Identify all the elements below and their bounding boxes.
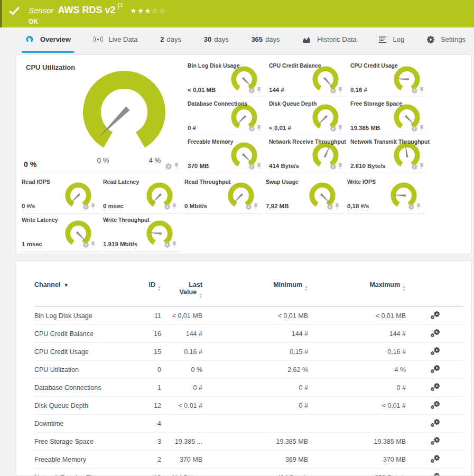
channel-last-value: < 0,01 # — [161, 397, 202, 415]
gauge-title: Database Connections — [188, 100, 247, 107]
channel-settings-icon[interactable] — [431, 311, 440, 319]
channel-minimum: 2,62 % — [202, 361, 308, 379]
pin-icon[interactable] — [338, 87, 343, 94]
channel-last-value: 0 # — [161, 379, 202, 397]
gear-icon[interactable] — [249, 126, 255, 132]
gauges-panel: CPU Utilization 0 % 4 % 0 % Bin Log Disk… — [16, 54, 472, 254]
sensor-status-badge: OK — [29, 18, 166, 25]
pin-icon[interactable] — [416, 203, 421, 210]
gear-icon[interactable] — [412, 164, 417, 170]
pin-icon[interactable] — [419, 87, 424, 94]
gauge-grid-bottom: Read IOPS 0 #/s Read Latency 0 msec Read… — [22, 175, 471, 251]
priority-stars[interactable]: ★★★☆☆ — [131, 7, 166, 15]
gear-icon[interactable] — [330, 164, 336, 170]
gear-icon[interactable] — [249, 88, 255, 94]
tab-icon — [427, 36, 434, 43]
cpu-utilization-gauge — [82, 70, 166, 154]
tab-overview[interactable]: Overview — [22, 27, 74, 53]
gear-icon[interactable] — [330, 88, 336, 94]
tab-30-days[interactable]: 30 days — [201, 27, 232, 53]
gear-icon[interactable] — [83, 204, 89, 210]
pin-icon[interactable] — [172, 241, 177, 248]
column-header-minimum[interactable]: Minimum▲▼ — [202, 275, 308, 307]
gear-icon[interactable] — [164, 204, 170, 210]
column-header-channel[interactable]: Channel▼ — [34, 275, 128, 307]
channel-minimum: 0 # — [202, 397, 308, 415]
channel-settings-icon[interactable] — [431, 401, 440, 409]
gear-icon[interactable] — [412, 126, 417, 132]
tab-2-days[interactable]: 2 days — [157, 27, 184, 53]
channel-maximum: 4 % — [308, 361, 406, 379]
channel-settings-icon[interactable] — [431, 383, 440, 391]
column-header-id[interactable]: ID▲▼ — [128, 275, 161, 307]
pin-icon[interactable] — [338, 125, 343, 132]
gauge-value: 2.610 Byte/s — [350, 163, 386, 169]
channel-id: -4 — [128, 415, 161, 433]
gauge-tile-network-transmit-throughput: Network Transmit Throughput 2.610 Byte/s — [350, 135, 429, 173]
gauge-tile-database-connections: Database Connections 0 # — [188, 97, 266, 135]
gauge-value: 0 #/s — [22, 203, 35, 209]
channel-settings-icon[interactable] — [431, 437, 440, 445]
sort-icon: ▲▼ — [402, 285, 406, 292]
gauge-title: CPU Credit Balance — [269, 62, 321, 69]
pin-icon[interactable] — [253, 203, 258, 210]
gear-icon[interactable] — [327, 204, 333, 210]
channel-settings-icon[interactable] — [431, 365, 440, 373]
pin-icon[interactable] — [90, 241, 96, 248]
pin-icon[interactable] — [172, 203, 177, 210]
pin-icon[interactable] — [256, 87, 262, 94]
pin-icon[interactable] — [334, 203, 340, 210]
tab-live-data[interactable]: Live Data — [90, 27, 141, 53]
gauge-value: 7,92 MB — [266, 203, 289, 209]
gear-icon[interactable] — [164, 242, 170, 248]
tab-icon — [379, 36, 386, 43]
table-row-downtime: Downtime-4 — [34, 415, 464, 433]
gauge-value: 370 MB — [188, 163, 209, 169]
column-header-maximum[interactable]: Maximum▲▼ — [308, 275, 406, 307]
gauge-tile-cpu-credit-balance: CPU Credit Balance 144 # — [269, 59, 347, 97]
gauge-value: 1.919 Mbit/s — [103, 241, 137, 247]
pin-icon[interactable] — [90, 203, 96, 210]
gear-icon[interactable] — [408, 204, 414, 210]
pin-icon[interactable] — [174, 163, 179, 170]
channel-last-value: < 0,01 MB — [161, 307, 202, 325]
channel-settings-icon[interactable] — [431, 329, 440, 337]
gear-icon[interactable] — [165, 163, 172, 170]
channel-minimum: 144 # — [202, 325, 308, 343]
gauge-tile-swap-usage: Swap Usage 7,92 MB — [266, 175, 344, 213]
pin-icon[interactable] — [338, 163, 343, 170]
gear-icon[interactable] — [249, 164, 255, 170]
flag-icon[interactable] — [118, 3, 123, 12]
gear-icon[interactable] — [412, 88, 417, 94]
tab-settings[interactable]: Settings — [424, 27, 469, 53]
pin-icon[interactable] — [419, 163, 424, 170]
gauge-value: 0 msec — [103, 203, 124, 209]
gear-icon[interactable] — [83, 242, 89, 248]
channel-settings-icon[interactable] — [431, 473, 440, 476]
table-row-disk-queue-depth: Disk Queue Depth12< 0,01 #0 #< 0,01 # — [34, 397, 464, 415]
pin-icon[interactable] — [419, 125, 424, 132]
gear-icon[interactable] — [330, 126, 336, 132]
column-header-last-value[interactable]: Last Value▲▼ — [161, 275, 202, 307]
gauge-title: Disk Queue Depth — [269, 100, 317, 107]
tab-365-days[interactable]: 365 days — [248, 27, 283, 53]
channel-settings-icon[interactable] — [431, 419, 440, 427]
table-row-cpu-utilization: CPU Utilization00 %2,62 %4 % — [34, 361, 464, 379]
tab-historic-data[interactable]: Historic Data — [299, 27, 359, 53]
channel-settings-icon[interactable] — [431, 455, 440, 463]
channel-id: 15 — [128, 343, 161, 361]
channel-last-value: 19.385 ... — [161, 433, 202, 451]
table-row-free-storage-space: Free Storage Space319.385 ...19.385 MB19… — [34, 433, 464, 451]
pin-icon[interactable] — [256, 125, 262, 132]
gear-icon[interactable] — [246, 204, 252, 210]
channel-settings-icon[interactable] — [431, 347, 440, 355]
tab-icon — [94, 35, 103, 43]
gauge-tile-write-iops: Write IOPS 0,18 #/s — [347, 175, 425, 213]
table-row-freeable-memory: Freeable Memory2370 MB369 MB370 MB — [34, 451, 464, 469]
gauge-title: Network Transmit Throughput — [350, 138, 430, 145]
table-row-network-receive-throu: Network Receive Throu...13414 Byte...404… — [34, 469, 464, 476]
channel-id: 3 — [128, 433, 161, 451]
tab-log[interactable]: Log — [376, 27, 407, 53]
pin-icon[interactable] — [256, 163, 262, 170]
column-header-settings — [406, 275, 464, 307]
